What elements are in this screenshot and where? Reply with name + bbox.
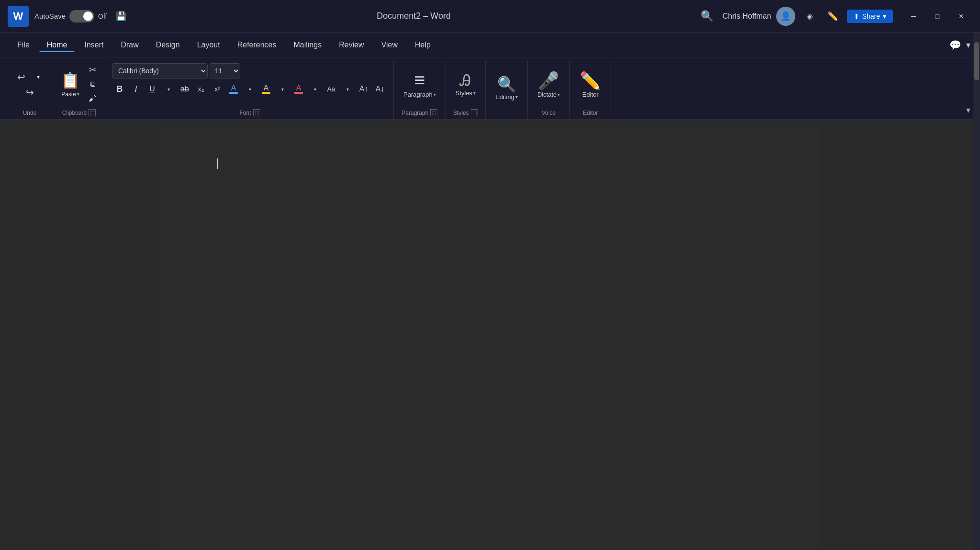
highlight-icon: A xyxy=(264,84,269,92)
menu-bar: File Home Insert Draw Design Layout Refe… xyxy=(0,33,980,57)
styles-group: Ꭿ Styles ▾ Styles ⬚ xyxy=(446,61,486,119)
share-chevron-icon: ▾ xyxy=(883,12,886,20)
window-controls: ─ □ ✕ xyxy=(902,8,972,24)
shrink-font-button[interactable]: A↓ xyxy=(372,82,388,96)
toggle-knob xyxy=(83,11,93,21)
voice-controls: 🎤 Dictate ▾ xyxy=(534,63,564,108)
document-title: Document2 – Word xyxy=(135,11,691,21)
scroll-thumb[interactable] xyxy=(974,42,979,80)
grow-font-button[interactable]: A↑ xyxy=(356,82,371,96)
share-button[interactable]: ⬆ Share ▾ xyxy=(847,10,893,23)
undo-group-label: Undo xyxy=(13,108,46,119)
clipboard-expand-icon[interactable]: ⬚ xyxy=(89,109,96,116)
styles-expand-icon[interactable]: ⬚ xyxy=(471,109,478,116)
paragraph-controls: ≡ Paragraph ▾ xyxy=(400,63,440,107)
font-selector-row: Calibri (Body) 11 xyxy=(112,63,240,79)
font-size-selector[interactable]: 11 xyxy=(210,63,240,79)
pen-icon[interactable]: ✏️ xyxy=(824,8,841,25)
paste-label: Paste xyxy=(61,91,76,98)
highlight-arrow[interactable]: ▾ xyxy=(275,82,290,96)
menu-insert[interactable]: Insert xyxy=(77,38,111,52)
text-effect-a-icon: A xyxy=(296,84,301,92)
editing-group: 🔍 Editing ▾ xyxy=(486,61,528,119)
editing-button[interactable]: 🔍 Editing ▾ xyxy=(491,73,522,102)
menu-references[interactable]: References xyxy=(230,38,284,52)
paste-button[interactable]: 📋 Paste ▾ xyxy=(58,69,83,100)
format-painter-button[interactable]: 🖌 xyxy=(85,92,100,105)
ribbon-collapse-icon[interactable]: ▾ xyxy=(966,40,970,50)
menu-mailings[interactable]: Mailings xyxy=(286,38,330,52)
copy-button[interactable]: ⧉ xyxy=(85,78,100,91)
text-effect-arrow[interactable]: ▾ xyxy=(307,82,323,96)
case-button[interactable]: Aa xyxy=(323,82,339,96)
menu-design[interactable]: Design xyxy=(148,38,188,52)
menu-help[interactable]: Help xyxy=(407,38,438,52)
editor-controls: ✏️ Editor xyxy=(576,63,605,108)
document-container[interactable] xyxy=(0,120,980,550)
menu-review[interactable]: Review xyxy=(331,38,371,52)
save-icon[interactable]: 💾 xyxy=(112,8,130,25)
menu-layout[interactable]: Layout xyxy=(189,38,228,52)
paragraph-icon: ≡ xyxy=(414,70,425,90)
paste-icon: 📋 xyxy=(61,71,80,90)
undo-arrow-button[interactable]: ▾ xyxy=(31,70,46,84)
font-expand-icon[interactable]: ⬚ xyxy=(253,109,260,116)
font-controls: Calibri (Body) 11 B I U ▾ ab x₂ x² A xyxy=(112,63,388,107)
dictate-label: Dictate xyxy=(537,91,557,98)
font-color-arrow[interactable]: ▾ xyxy=(242,82,257,96)
document-page[interactable] xyxy=(160,130,820,548)
editing-controls: 🔍 Editing ▾ xyxy=(491,63,522,114)
restore-button[interactable]: □ xyxy=(926,8,948,24)
ribbon: ↩ ▾ ↪ Undo 📋 Paste ▾ ✂ xyxy=(0,57,980,120)
minimize-button[interactable]: ─ xyxy=(902,8,924,24)
paste-chevron-icon: ▾ xyxy=(77,91,79,97)
cut-button[interactable]: ✂ xyxy=(85,63,100,77)
paragraph-expand-icon[interactable]: ⬚ xyxy=(430,109,437,116)
underline-button[interactable]: U xyxy=(145,82,160,96)
menu-file[interactable]: File xyxy=(10,38,37,52)
close-button[interactable]: ✕ xyxy=(950,8,972,24)
paragraph-button[interactable]: ≡ Paragraph ▾ xyxy=(400,68,440,100)
voice-group-label: Voice xyxy=(534,108,564,119)
editor-button[interactable]: ✏️ Editor xyxy=(576,69,605,100)
search-button[interactable]: 🔍 xyxy=(698,7,717,26)
italic-button[interactable]: I xyxy=(128,82,144,96)
text-effect-button[interactable]: A xyxy=(291,82,306,96)
autosave-toggle[interactable] xyxy=(69,10,94,22)
undo-controls: ↩ ▾ ↪ xyxy=(13,63,46,108)
clipboard-controls: 📋 Paste ▾ ✂ ⧉ 🖌 xyxy=(58,63,100,107)
scrollbar[interactable] xyxy=(973,33,980,550)
comment-button[interactable]: 💬 xyxy=(946,36,964,54)
text-color-button[interactable]: A xyxy=(226,82,241,96)
underline-arrow[interactable]: ▾ xyxy=(161,82,176,96)
editing-label: Editing xyxy=(495,93,514,101)
superscript-button[interactable]: x² xyxy=(210,82,225,96)
styles-button[interactable]: Ꭿ Styles ▾ xyxy=(452,70,479,99)
styles-controls: Ꭿ Styles ▾ xyxy=(452,63,479,107)
case-arrow[interactable]: ▾ xyxy=(340,82,355,96)
strikethrough-button[interactable]: ab xyxy=(177,82,192,96)
menu-draw[interactable]: Draw xyxy=(113,38,146,52)
dictate-button[interactable]: 🎤 Dictate ▾ xyxy=(534,69,564,100)
paragraph-label: Paragraph xyxy=(403,91,433,98)
menu-home[interactable]: Home xyxy=(39,38,75,52)
font-name-selector[interactable]: Calibri (Body) xyxy=(112,63,208,79)
redo-button[interactable]: ↪ xyxy=(22,85,37,100)
share-icon: ⬆ xyxy=(854,12,859,20)
avatar: 👤 xyxy=(776,7,795,26)
undo-button[interactable]: ↩ xyxy=(13,70,29,84)
font-group-label: Font ⬚ xyxy=(112,107,388,119)
undo-group: ↩ ▾ ↪ Undo xyxy=(8,61,52,119)
editor-label: Editor xyxy=(582,91,599,98)
editor-group: ✏️ Editor Editor xyxy=(570,61,611,119)
subscript-button[interactable]: x₂ xyxy=(193,82,209,96)
highlight-button[interactable]: A xyxy=(258,82,274,96)
voice-group: 🎤 Dictate ▾ Voice xyxy=(528,61,570,119)
ribbon-expand-icon[interactable]: ▾ xyxy=(966,105,970,115)
editor-group-label: Editor xyxy=(576,108,605,119)
bold-button[interactable]: B xyxy=(112,82,127,96)
highlight-indicator xyxy=(262,92,270,94)
diamond-icon[interactable]: ◈ xyxy=(801,8,818,25)
editing-group-label xyxy=(491,114,522,119)
menu-view[interactable]: View xyxy=(374,38,405,52)
